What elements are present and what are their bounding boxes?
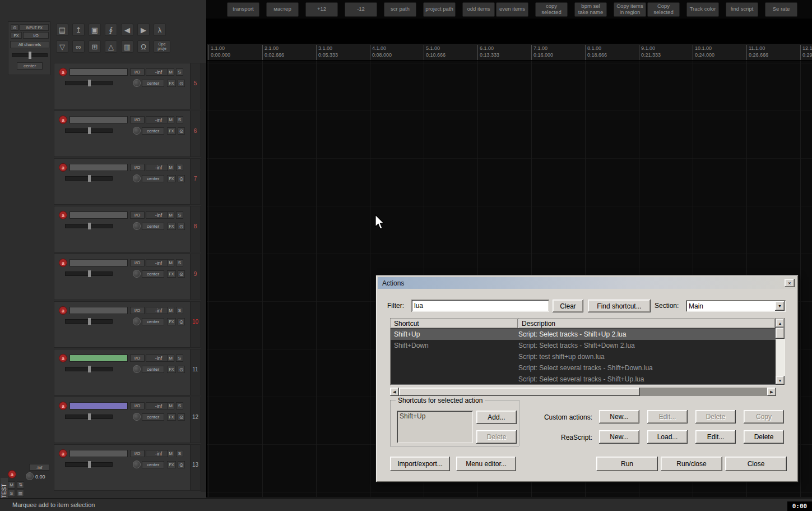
solo-button[interactable]: S	[176, 307, 183, 314]
mute-button[interactable]: M	[167, 450, 174, 457]
pan-readout[interactable]: center	[142, 127, 164, 135]
toolbar-button-btn1[interactable]: мастер	[266, 2, 299, 17]
horizontal-scrollbar[interactable]: ◀ ▶	[390, 388, 776, 396]
section-dropdown[interactable]: Main ▼	[686, 300, 786, 312]
run-close-button[interactable]: Run/close	[661, 457, 722, 471]
toolbar-button-copy-selected[interactable]: Copy selected	[647, 2, 680, 17]
action-row[interactable]: Script: Select several tracks - Shift+Do…	[391, 362, 776, 374]
pan-knob[interactable]	[133, 413, 141, 421]
solo-button[interactable]: S	[176, 259, 183, 266]
omega-icon[interactable]: Ω	[137, 40, 150, 53]
action-row[interactable]: Script: test shift+up down.lua	[391, 351, 776, 362]
paperclip-icon[interactable]: ∮	[105, 24, 117, 36]
routing-icon[interactable]: ⇅	[17, 481, 24, 489]
master-fx-button[interactable]: FX	[11, 32, 22, 39]
script-icon[interactable]: λ	[154, 24, 166, 36]
track-panel[interactable]: aI/O-infMScenterFX⊙7	[54, 158, 201, 205]
pan-readout[interactable]: center	[142, 461, 164, 468]
open-project-button[interactable]: Ope proje	[154, 40, 170, 53]
volume-slider-handle[interactable]	[88, 223, 91, 229]
pan-readout[interactable]: center	[142, 366, 164, 373]
toolbar-button-se-rate[interactable]: Se rate	[765, 2, 797, 17]
fx-button[interactable]: FX	[167, 270, 176, 278]
solo-button[interactable]: S	[176, 116, 183, 123]
fx-button[interactable]: FX	[167, 413, 176, 421]
toolbar-button-bpm-sel-take-name[interactable]: bpm sel take name	[574, 2, 607, 17]
fx-button[interactable]: FX	[167, 127, 176, 135]
scrollbar-thumb[interactable]	[776, 328, 785, 339]
record-arm-button[interactable]: a	[59, 259, 67, 267]
volume-slider[interactable]	[65, 271, 113, 276]
toolbar-button-track-color[interactable]: Track color	[686, 2, 719, 17]
fx-bypass-button[interactable]: ⊙	[178, 270, 185, 278]
track-io-button[interactable]: I/O	[130, 355, 145, 362]
pan-knob[interactable]	[133, 79, 141, 87]
track-name-field[interactable]	[69, 450, 128, 457]
action-row[interactable]: Shift+UpScript: Select tracks - Shift+Up…	[391, 329, 776, 340]
timeline-ruler[interactable]: 1.1.000:00.0002.1.000:02.6663.1.000:05.3…	[207, 44, 812, 61]
all-channels-button[interactable]: All channels	[10, 41, 49, 48]
solo-button[interactable]: S	[176, 355, 183, 362]
record-arm-button[interactable]: a	[59, 306, 67, 315]
toolbar-button-transport[interactable]: transport	[227, 2, 259, 17]
fx-button[interactable]: FX	[167, 366, 176, 373]
track-panel[interactable]: aI/O-infMScenterFX⊙9	[54, 254, 201, 300]
master-volume-readout[interactable]: -inf	[29, 464, 49, 471]
shortcut-list-item[interactable]: Shift+Up	[397, 412, 473, 421]
track-number[interactable]: 5	[190, 63, 200, 109]
mute-button[interactable]: M	[167, 164, 174, 171]
toolbar-button-12[interactable]: -12	[345, 2, 377, 17]
column-header-description[interactable]: Description	[518, 319, 776, 329]
track-io-button[interactable]: I/O	[130, 259, 145, 266]
track-name-field[interactable]	[69, 116, 128, 123]
clear-button[interactable]: Clear	[553, 300, 583, 312]
track-number[interactable]: 11	[190, 349, 200, 395]
custom-actions-edit-button[interactable]: Edit...	[647, 410, 688, 423]
track-number[interactable]: 7	[190, 159, 200, 204]
track-name-field[interactable]	[69, 307, 128, 314]
volume-slider[interactable]	[65, 367, 113, 371]
vertical-scrollbar[interactable]: ▲ ▼	[776, 319, 785, 385]
solo-button[interactable]: S	[176, 68, 183, 76]
fx-bypass-button[interactable]: ⊙	[178, 175, 185, 182]
link-icon[interactable]: ∞	[72, 40, 85, 53]
track-name-field[interactable]	[69, 164, 128, 171]
fx-bypass-button[interactable]: ⊙	[178, 80, 185, 87]
record-arm-button[interactable]: a	[59, 402, 67, 410]
shortcut-list[interactable]: Shift+Up	[397, 411, 473, 443]
volume-slider-handle[interactable]	[88, 80, 91, 86]
record-arm-button[interactable]: a	[8, 470, 16, 478]
toolbar-button-even-items[interactable]: even items	[496, 2, 528, 17]
mute-button[interactable]: M	[167, 116, 174, 123]
master-solo-button[interactable]: S	[8, 490, 15, 497]
pan-knob[interactable]	[133, 222, 141, 230]
solo-button[interactable]: S	[176, 164, 183, 171]
scrollbar-thumb[interactable]	[399, 388, 640, 396]
volume-slider-handle[interactable]	[88, 413, 91, 420]
mute-button[interactable]: M	[167, 402, 174, 409]
scroll-right-button[interactable]: ▶	[767, 388, 776, 396]
track-panel[interactable]: aI/O-infMScenterFX⊙8	[54, 206, 201, 252]
reascript-new-button[interactable]: New...	[599, 430, 639, 444]
toolbar-button-copy-selected[interactable]: copy selected	[535, 2, 568, 17]
mute-button[interactable]: M	[167, 259, 174, 266]
record-arm-button[interactable]: a	[59, 449, 67, 458]
master-fader-handle[interactable]	[29, 52, 31, 59]
toolbar-button-find-script[interactable]: find script	[726, 2, 758, 17]
close-button[interactable]: ×	[785, 279, 795, 287]
track-io-button[interactable]: I/O	[130, 68, 145, 76]
custom-actions-delete-button[interactable]: Delete	[695, 410, 736, 423]
track-io-button[interactable]: I/O	[130, 450, 145, 457]
track-panel[interactable]: aI/O-infMScenterFX⊙12	[54, 397, 201, 443]
action-row[interactable]: Shift+DownScript: Select tracks - Shift+…	[391, 340, 776, 351]
pan-knob[interactable]	[133, 127, 141, 135]
track-name-field[interactable]	[69, 211, 128, 219]
pan-readout[interactable]: center	[142, 223, 164, 230]
fx-bypass-button[interactable]: ⊙	[178, 223, 185, 230]
track-number[interactable]: 9	[190, 254, 200, 300]
action-row[interactable]: Script: Select several tracks - Shift+Up…	[391, 374, 776, 385]
toolbar-button-+12[interactable]: +12	[305, 2, 338, 17]
volume-slider-handle[interactable]	[88, 175, 91, 182]
track-io-button[interactable]: I/O	[130, 164, 145, 171]
mute-button[interactable]: M	[167, 307, 174, 314]
